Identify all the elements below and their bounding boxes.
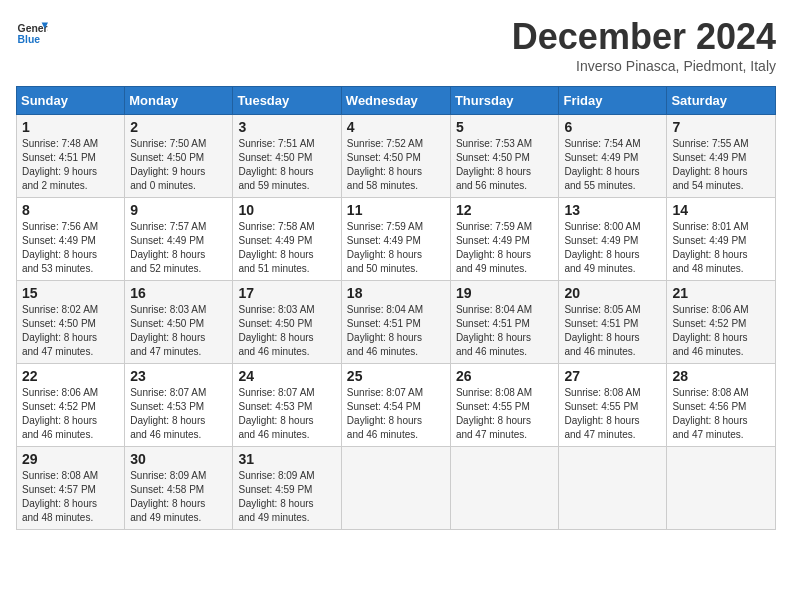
table-row bbox=[559, 447, 667, 530]
day-detail: Sunrise: 8:08 AM Sunset: 4:56 PM Dayligh… bbox=[672, 386, 770, 442]
table-row: 25Sunrise: 8:07 AM Sunset: 4:54 PM Dayli… bbox=[341, 364, 450, 447]
day-number: 25 bbox=[347, 368, 445, 384]
day-number: 12 bbox=[456, 202, 554, 218]
day-detail: Sunrise: 8:02 AM Sunset: 4:50 PM Dayligh… bbox=[22, 303, 119, 359]
day-number: 11 bbox=[347, 202, 445, 218]
table-row: 15Sunrise: 8:02 AM Sunset: 4:50 PM Dayli… bbox=[17, 281, 125, 364]
table-row: 13Sunrise: 8:00 AM Sunset: 4:49 PM Dayli… bbox=[559, 198, 667, 281]
table-row: 14Sunrise: 8:01 AM Sunset: 4:49 PM Dayli… bbox=[667, 198, 776, 281]
day-detail: Sunrise: 7:56 AM Sunset: 4:49 PM Dayligh… bbox=[22, 220, 119, 276]
table-row: 1Sunrise: 7:48 AM Sunset: 4:51 PM Daylig… bbox=[17, 115, 125, 198]
table-row bbox=[667, 447, 776, 530]
day-detail: Sunrise: 8:07 AM Sunset: 4:53 PM Dayligh… bbox=[130, 386, 227, 442]
col-wednesday: Wednesday bbox=[341, 87, 450, 115]
day-detail: Sunrise: 8:00 AM Sunset: 4:49 PM Dayligh… bbox=[564, 220, 661, 276]
col-saturday: Saturday bbox=[667, 87, 776, 115]
calendar-row: 22Sunrise: 8:06 AM Sunset: 4:52 PM Dayli… bbox=[17, 364, 776, 447]
day-detail: Sunrise: 8:08 AM Sunset: 4:55 PM Dayligh… bbox=[456, 386, 554, 442]
table-row bbox=[450, 447, 559, 530]
day-number: 6 bbox=[564, 119, 661, 135]
day-number: 24 bbox=[238, 368, 335, 384]
calendar-row: 15Sunrise: 8:02 AM Sunset: 4:50 PM Dayli… bbox=[17, 281, 776, 364]
calendar-row: 1Sunrise: 7:48 AM Sunset: 4:51 PM Daylig… bbox=[17, 115, 776, 198]
table-row: 6Sunrise: 7:54 AM Sunset: 4:49 PM Daylig… bbox=[559, 115, 667, 198]
table-row bbox=[341, 447, 450, 530]
table-row: 2Sunrise: 7:50 AM Sunset: 4:50 PM Daylig… bbox=[125, 115, 233, 198]
calendar-row: 29Sunrise: 8:08 AM Sunset: 4:57 PM Dayli… bbox=[17, 447, 776, 530]
day-detail: Sunrise: 7:50 AM Sunset: 4:50 PM Dayligh… bbox=[130, 137, 227, 193]
day-number: 30 bbox=[130, 451, 227, 467]
day-number: 31 bbox=[238, 451, 335, 467]
day-detail: Sunrise: 7:57 AM Sunset: 4:49 PM Dayligh… bbox=[130, 220, 227, 276]
day-number: 9 bbox=[130, 202, 227, 218]
day-detail: Sunrise: 8:07 AM Sunset: 4:53 PM Dayligh… bbox=[238, 386, 335, 442]
day-number: 5 bbox=[456, 119, 554, 135]
day-number: 28 bbox=[672, 368, 770, 384]
day-detail: Sunrise: 7:59 AM Sunset: 4:49 PM Dayligh… bbox=[456, 220, 554, 276]
day-detail: Sunrise: 7:58 AM Sunset: 4:49 PM Dayligh… bbox=[238, 220, 335, 276]
day-number: 17 bbox=[238, 285, 335, 301]
table-row: 11Sunrise: 7:59 AM Sunset: 4:49 PM Dayli… bbox=[341, 198, 450, 281]
table-row: 24Sunrise: 8:07 AM Sunset: 4:53 PM Dayli… bbox=[233, 364, 341, 447]
day-detail: Sunrise: 7:48 AM Sunset: 4:51 PM Dayligh… bbox=[22, 137, 119, 193]
day-number: 20 bbox=[564, 285, 661, 301]
table-row: 21Sunrise: 8:06 AM Sunset: 4:52 PM Dayli… bbox=[667, 281, 776, 364]
day-detail: Sunrise: 8:08 AM Sunset: 4:57 PM Dayligh… bbox=[22, 469, 119, 525]
day-detail: Sunrise: 7:55 AM Sunset: 4:49 PM Dayligh… bbox=[672, 137, 770, 193]
table-row: 7Sunrise: 7:55 AM Sunset: 4:49 PM Daylig… bbox=[667, 115, 776, 198]
day-number: 1 bbox=[22, 119, 119, 135]
col-friday: Friday bbox=[559, 87, 667, 115]
table-row: 4Sunrise: 7:52 AM Sunset: 4:50 PM Daylig… bbox=[341, 115, 450, 198]
table-row: 26Sunrise: 8:08 AM Sunset: 4:55 PM Dayli… bbox=[450, 364, 559, 447]
day-number: 3 bbox=[238, 119, 335, 135]
day-detail: Sunrise: 8:09 AM Sunset: 4:59 PM Dayligh… bbox=[238, 469, 335, 525]
day-detail: Sunrise: 8:01 AM Sunset: 4:49 PM Dayligh… bbox=[672, 220, 770, 276]
day-number: 18 bbox=[347, 285, 445, 301]
logo: General Blue bbox=[16, 16, 48, 48]
day-number: 13 bbox=[564, 202, 661, 218]
table-row: 27Sunrise: 8:08 AM Sunset: 4:55 PM Dayli… bbox=[559, 364, 667, 447]
day-detail: Sunrise: 7:53 AM Sunset: 4:50 PM Dayligh… bbox=[456, 137, 554, 193]
table-row: 10Sunrise: 7:58 AM Sunset: 4:49 PM Dayli… bbox=[233, 198, 341, 281]
day-detail: Sunrise: 8:04 AM Sunset: 4:51 PM Dayligh… bbox=[456, 303, 554, 359]
table-row: 9Sunrise: 7:57 AM Sunset: 4:49 PM Daylig… bbox=[125, 198, 233, 281]
table-row: 5Sunrise: 7:53 AM Sunset: 4:50 PM Daylig… bbox=[450, 115, 559, 198]
day-number: 27 bbox=[564, 368, 661, 384]
day-detail: Sunrise: 8:06 AM Sunset: 4:52 PM Dayligh… bbox=[22, 386, 119, 442]
day-number: 8 bbox=[22, 202, 119, 218]
col-tuesday: Tuesday bbox=[233, 87, 341, 115]
page-header: General Blue December 2024 Inverso Pinas… bbox=[16, 16, 776, 74]
day-detail: Sunrise: 8:03 AM Sunset: 4:50 PM Dayligh… bbox=[238, 303, 335, 359]
day-detail: Sunrise: 7:59 AM Sunset: 4:49 PM Dayligh… bbox=[347, 220, 445, 276]
day-number: 21 bbox=[672, 285, 770, 301]
day-number: 7 bbox=[672, 119, 770, 135]
table-row: 3Sunrise: 7:51 AM Sunset: 4:50 PM Daylig… bbox=[233, 115, 341, 198]
day-number: 22 bbox=[22, 368, 119, 384]
day-detail: Sunrise: 7:52 AM Sunset: 4:50 PM Dayligh… bbox=[347, 137, 445, 193]
day-number: 23 bbox=[130, 368, 227, 384]
table-row: 31Sunrise: 8:09 AM Sunset: 4:59 PM Dayli… bbox=[233, 447, 341, 530]
day-detail: Sunrise: 8:07 AM Sunset: 4:54 PM Dayligh… bbox=[347, 386, 445, 442]
table-row: 20Sunrise: 8:05 AM Sunset: 4:51 PM Dayli… bbox=[559, 281, 667, 364]
day-number: 29 bbox=[22, 451, 119, 467]
calendar-title: December 2024 bbox=[512, 16, 776, 58]
day-detail: Sunrise: 8:03 AM Sunset: 4:50 PM Dayligh… bbox=[130, 303, 227, 359]
day-number: 10 bbox=[238, 202, 335, 218]
table-row: 16Sunrise: 8:03 AM Sunset: 4:50 PM Dayli… bbox=[125, 281, 233, 364]
day-detail: Sunrise: 8:06 AM Sunset: 4:52 PM Dayligh… bbox=[672, 303, 770, 359]
table-row: 23Sunrise: 8:07 AM Sunset: 4:53 PM Dayli… bbox=[125, 364, 233, 447]
day-detail: Sunrise: 8:05 AM Sunset: 4:51 PM Dayligh… bbox=[564, 303, 661, 359]
logo-icon: General Blue bbox=[16, 16, 48, 48]
calendar-table: Sunday Monday Tuesday Wednesday Thursday… bbox=[16, 86, 776, 530]
table-row: 30Sunrise: 8:09 AM Sunset: 4:58 PM Dayli… bbox=[125, 447, 233, 530]
day-number: 26 bbox=[456, 368, 554, 384]
header-row: Sunday Monday Tuesday Wednesday Thursday… bbox=[17, 87, 776, 115]
day-detail: Sunrise: 8:09 AM Sunset: 4:58 PM Dayligh… bbox=[130, 469, 227, 525]
table-row: 12Sunrise: 7:59 AM Sunset: 4:49 PM Dayli… bbox=[450, 198, 559, 281]
table-row: 19Sunrise: 8:04 AM Sunset: 4:51 PM Dayli… bbox=[450, 281, 559, 364]
col-thursday: Thursday bbox=[450, 87, 559, 115]
svg-text:Blue: Blue bbox=[18, 34, 41, 45]
table-row: 18Sunrise: 8:04 AM Sunset: 4:51 PM Dayli… bbox=[341, 281, 450, 364]
title-section: December 2024 Inverso Pinasca, Piedmont,… bbox=[512, 16, 776, 74]
day-number: 4 bbox=[347, 119, 445, 135]
